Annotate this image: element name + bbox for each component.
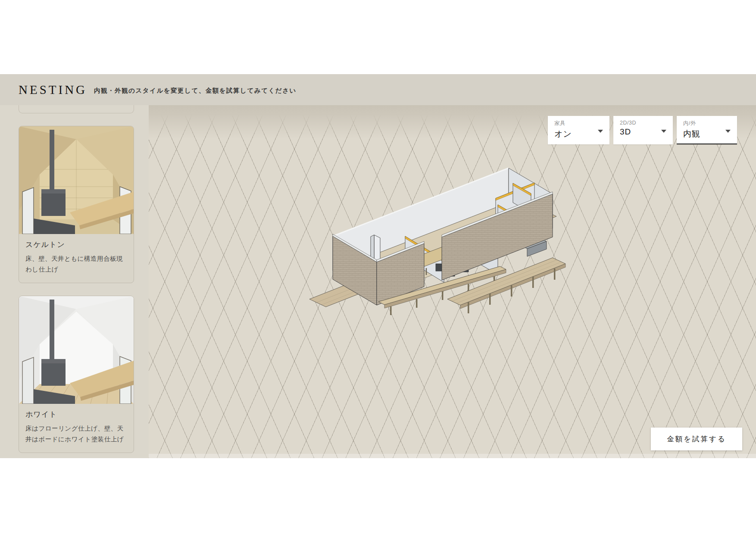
- header: NESTING 内観・外観のスタイルを変更して、金額を試算してみてください: [0, 74, 756, 105]
- view-mode-dropdown-value: 3D: [620, 127, 667, 137]
- nesting-app: NESTING 内観・外観のスタイルを変更して、金額を試算してみてください: [0, 0, 756, 534]
- furniture-dropdown-label: 家具: [554, 120, 603, 127]
- style-card-thumbnail-white: [19, 296, 134, 404]
- main-content: スケルトン 床、壁、天井ともに構造用合板現わし仕上げ: [0, 105, 756, 458]
- chevron-down-icon: [598, 130, 603, 133]
- style-card-description: 床はフローリング仕上げ、壁、天井はボードにホワイト塗装仕上げ: [25, 423, 127, 445]
- interior-exterior-dropdown[interactable]: 内/外 内観: [677, 116, 737, 144]
- nesting-logo: NESTING: [19, 83, 87, 97]
- chevron-down-icon: [661, 130, 666, 133]
- view-mode-dropdown[interactable]: 2D/3D 3D: [613, 116, 673, 144]
- style-card-skeleton[interactable]: スケルトン 床、壁、天井ともに構造用合板現わし仕上げ: [19, 126, 134, 283]
- style-card-body: ホワイト 床はフローリング仕上げ、壁、天井はボードにホワイト塗装仕上げ: [19, 404, 134, 453]
- style-card-thumbnail-skeleton: [19, 126, 134, 234]
- style-card-partial[interactable]: [19, 105, 134, 113]
- furniture-dropdown[interactable]: 家具 オン: [548, 116, 609, 144]
- house-3d-model[interactable]: [278, 157, 580, 398]
- estimate-button[interactable]: 金額を試算する: [651, 428, 742, 450]
- floor-plan-canvas[interactable]: 家具 オン 2D/3D 3D 内/外 内観 金額を試算する: [149, 105, 756, 458]
- style-sidebar: スケルトン 床、壁、天井ともに構造用合板現わし仕上げ: [0, 105, 149, 458]
- style-card-title: ホワイト: [25, 409, 127, 419]
- chevron-down-icon: [725, 130, 731, 133]
- view-controls: 家具 オン 2D/3D 3D 内/外 内観: [548, 116, 737, 144]
- header-tagline: 内観・外観のスタイルを変更して、金額を試算してみてください: [94, 85, 297, 95]
- style-card-description: 床、壁、天井ともに構造用合板現わし仕上げ: [25, 253, 127, 275]
- view-mode-dropdown-label: 2D/3D: [620, 120, 667, 126]
- furniture-dropdown-value: オン: [554, 128, 603, 140]
- style-card-body: スケルトン 床、壁、天井ともに構造用合板現わし仕上げ: [19, 234, 134, 283]
- interior-exterior-dropdown-value: 内観: [683, 128, 731, 140]
- style-card-title: スケルトン: [25, 240, 127, 250]
- style-card-white[interactable]: ホワイト 床はフローリング仕上げ、壁、天井はボードにホワイト塗装仕上げ: [19, 296, 134, 453]
- interior-exterior-dropdown-label: 内/外: [683, 120, 731, 127]
